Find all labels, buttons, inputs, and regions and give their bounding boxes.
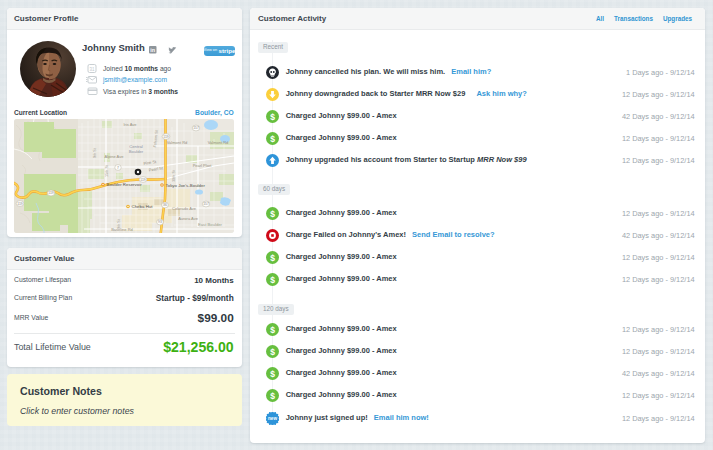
svg-text:Aurora Ave: Aurora Ave <box>178 216 198 221</box>
svg-text:$: $ <box>270 346 275 356</box>
svg-text:$: $ <box>270 208 275 218</box>
svg-text:157: 157 <box>193 126 199 130</box>
svg-text:119: 119 <box>48 191 54 195</box>
svg-text:Iris Ave: Iris Ave <box>123 122 137 127</box>
svg-text:$: $ <box>270 390 275 400</box>
svg-text:119: 119 <box>163 135 169 139</box>
svg-text:Cheba Hut: Cheba Hut <box>132 204 154 209</box>
svg-text:7: 7 <box>117 166 119 170</box>
svg-text:Pearl Plort: Pearl Plort <box>193 163 213 168</box>
svg-text:119: 119 <box>17 202 23 206</box>
svg-text:Alpine Ave: Alpine Ave <box>105 154 125 159</box>
svg-text:36: 36 <box>163 203 167 207</box>
svg-text:in: in <box>150 47 155 53</box>
svg-text:$: $ <box>270 368 275 378</box>
svg-text:15th St: 15th St <box>105 164 109 177</box>
svg-text:$: $ <box>270 252 275 262</box>
svg-text:157: 157 <box>203 202 209 206</box>
svg-text:119: 119 <box>140 178 146 182</box>
svg-text:31: 31 <box>89 67 95 72</box>
svg-text:93: 93 <box>158 220 162 224</box>
svg-text:Boulder: Boulder <box>129 149 144 154</box>
svg-text:9th St: 9th St <box>93 147 97 158</box>
svg-text:East Boulder: East Boulder <box>198 222 223 227</box>
svg-text:Valmont Rd: Valmont Rd <box>208 140 229 145</box>
svg-text:Tokyo Joe's-Boulder: Tokyo Joe's-Boulder <box>166 183 206 188</box>
svg-text:30th St: 30th St <box>172 169 176 182</box>
svg-text:Valmont Rd: Valmont Rd <box>167 140 188 145</box>
svg-text:$: $ <box>270 274 275 284</box>
svg-text:9th St: 9th St <box>117 218 121 229</box>
svg-text:$: $ <box>270 324 275 334</box>
svg-text:new: new <box>268 416 277 421</box>
svg-text:$: $ <box>270 134 275 144</box>
svg-text:Colorado Ave: Colorado Ave <box>172 206 197 211</box>
svg-text:Boulder Reservoir: Boulder Reservoir <box>107 182 143 187</box>
svg-text:Baseline Rd: Baseline Rd <box>111 227 133 232</box>
svg-text:$: $ <box>270 112 275 122</box>
